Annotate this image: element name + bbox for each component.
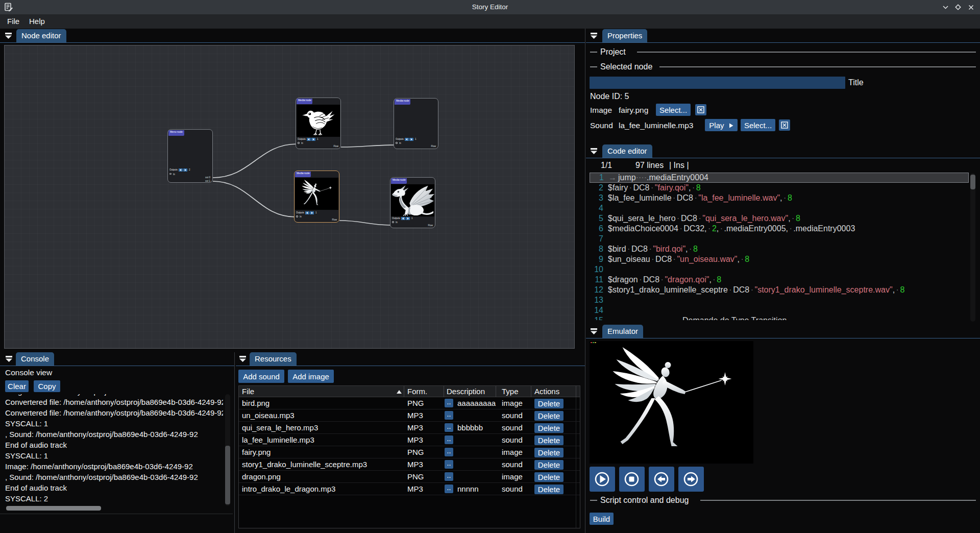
input-port[interactable] (296, 215, 298, 217)
console-vscrollbar[interactable] (225, 394, 230, 506)
edge-menu0:out 0-to-bird:In[interactable] (213, 144, 297, 178)
edit-description-button[interactable]: .. (445, 484, 453, 493)
delete-button[interactable]: Delete (534, 460, 564, 470)
delete-button[interactable]: Delete (534, 435, 564, 445)
edge-bird:Flow-to-blank:In[interactable] (341, 145, 395, 147)
code-line-13[interactable]: 13 (590, 295, 969, 305)
graph-node-blank[interactable]: Media nodeOutputs1InFlow (394, 98, 438, 149)
output-port-label[interactable]: Flow (333, 146, 338, 147)
console-resources-divider[interactable] (234, 352, 235, 533)
node-canvas[interactable]: Menu nodeOutputs2Inout 0out 1Media nodeO… (4, 45, 575, 349)
delete-button[interactable]: Delete (534, 399, 564, 408)
code-editor-text[interactable]: 1→jump····.mediaEntry00042$fairy·DC8·"fa… (590, 173, 969, 320)
console-copy-button[interactable]: Copy (34, 380, 60, 392)
console-vscrollbar-thumb[interactable] (225, 446, 230, 504)
collapse-icon[interactable] (590, 148, 598, 155)
delete-button[interactable]: Delete (534, 472, 564, 482)
table-row-la_fee_luminelle.mp3[interactable]: la_fee_luminelle.mp3MP3..soundDelete (239, 434, 580, 446)
node-title-input[interactable] (590, 77, 845, 89)
code-line-7[interactable]: 7 (590, 234, 969, 244)
increment-outputs-button[interactable] (406, 217, 410, 221)
table-row-intro_drako_le_dragon.mp3[interactable]: intro_drako_le_dragon.mp3MP3..nnnnnsound… (239, 483, 580, 495)
edge-fairy:Flow-to-dragon:In[interactable] (339, 221, 391, 225)
column-header-file[interactable]: File (242, 386, 254, 397)
graph-node-bird[interactable]: Media nodeOutputs1InFlow (296, 98, 341, 149)
input-port[interactable] (392, 221, 394, 223)
code-line-11[interactable]: 11$dragon·DC8·"dragon.qoi",·8 (590, 275, 969, 285)
collapse-icon[interactable] (590, 32, 598, 39)
column-header-form[interactable]: Form. (407, 386, 427, 397)
delete-button[interactable]: Delete (534, 411, 564, 421)
build-button[interactable]: Build (590, 513, 614, 525)
titlebar[interactable]: Story Editor (0, 0, 980, 14)
decrement-outputs-button[interactable] (405, 138, 409, 141)
console-clear-button[interactable]: Clear (5, 380, 29, 392)
output-port-label[interactable]: out 1 (205, 180, 210, 182)
tab-node-editor[interactable]: Node editor (16, 29, 66, 43)
table-row-bird.png[interactable]: bird.pngPNG..aaaaaaaaaimageDelete (239, 397, 580, 409)
code-line-2[interactable]: 2$fairy·DC8·"fairy.qoi",·8 (590, 183, 969, 193)
graph-node-fairy[interactable]: Media nodeOutputs1InFlow (294, 171, 339, 223)
code-line-6[interactable]: 6$mediaChoice0004·DC32,·2,·.mediaEntry00… (590, 224, 969, 234)
console-output[interactable]: Image: /home/anthony/ostproj/ba869e4b-03… (0, 394, 223, 507)
collapse-icon[interactable] (5, 355, 13, 362)
tab-properties[interactable]: Properties (602, 29, 647, 43)
table-row-fairy.png[interactable]: fairy.pngPNG..imageDelete (239, 446, 580, 458)
code-line-1[interactable]: 1→jump····.mediaEntry0004 (590, 173, 969, 183)
sound-clear-button[interactable] (779, 119, 790, 131)
decrement-outputs-button[interactable] (401, 217, 405, 221)
main-right-divider[interactable] (585, 29, 585, 533)
code-line-8[interactable]: 8$bird·DC8·"bird.qoi",·8 (590, 244, 969, 254)
graph-node-dragon[interactable]: Media nodeOutputs1InFlow (390, 177, 435, 228)
code-vscrollbar[interactable] (970, 173, 975, 322)
code-line-10[interactable]: 10 (590, 264, 969, 275)
output-port-label[interactable]: Flow (332, 219, 337, 221)
collapse-icon[interactable] (239, 355, 247, 362)
code-line-14[interactable]: 14 (590, 305, 969, 316)
menu-help[interactable]: Help (23, 14, 51, 29)
output-port-label[interactable]: Flow (428, 225, 433, 226)
tab-console[interactable]: Console (16, 352, 54, 366)
increment-outputs-button[interactable] (409, 138, 413, 141)
edit-description-button[interactable]: .. (445, 460, 453, 469)
image-select-button[interactable]: Select... (656, 104, 691, 116)
input-port[interactable] (169, 173, 172, 175)
emulator-stop-button[interactable] (619, 467, 645, 492)
emulator-step-forward-button[interactable] (678, 467, 704, 492)
delete-button[interactable]: Delete (534, 448, 564, 457)
image-clear-button[interactable] (695, 104, 706, 115)
increment-outputs-button[interactable] (311, 138, 315, 141)
column-header-description[interactable]: Description (447, 386, 485, 397)
increment-outputs-button[interactable] (183, 168, 187, 172)
delete-button[interactable]: Delete (534, 423, 564, 433)
edit-description-button[interactable]: .. (445, 423, 453, 432)
menu-file[interactable]: File (2, 14, 25, 29)
table-row-story1_drako_luminelle_sceptre.mp3[interactable]: story1_drako_luminelle_sceptre.mp3MP3..s… (239, 458, 580, 471)
input-port[interactable] (298, 142, 300, 144)
collapse-icon[interactable] (590, 328, 598, 335)
table-row-un_oiseau.mp3[interactable]: un_oiseau.mp3MP3..soundDelete (239, 409, 580, 422)
sound-select-button[interactable]: Select... (741, 119, 775, 131)
code-vscrollbar-thumb[interactable] (970, 175, 975, 189)
add-image-button[interactable]: Add image (288, 370, 334, 383)
emulator-step-back-button[interactable] (649, 467, 674, 492)
column-header-type[interactable]: Type (502, 386, 519, 397)
console-hscrollbar-thumb[interactable] (6, 506, 101, 511)
input-port[interactable] (396, 142, 398, 144)
code-line-5[interactable]: 5$qui_sera_le_hero·DC8·"qui_sera_le_hero… (590, 213, 969, 224)
tab-code-editor[interactable]: Code editor (602, 144, 652, 158)
code-line-4[interactable]: 4 (590, 203, 969, 213)
decrement-outputs-button[interactable] (179, 168, 183, 172)
edit-description-button[interactable]: .. (445, 435, 453, 444)
output-port-label[interactable]: Flow (431, 146, 436, 147)
delete-button[interactable]: Delete (534, 484, 564, 494)
code-line-3[interactable]: 3$la_fee_luminelle·DC8·"la_fee_luminelle… (590, 193, 969, 203)
code-line-9[interactable]: 9$un_oiseau·DC8·"un_oiseau.wav",·8 (590, 254, 969, 264)
decrement-outputs-button[interactable] (307, 138, 311, 141)
output-port-label[interactable]: out 0 (205, 177, 210, 178)
add-sound-button[interactable]: Add sound (238, 370, 284, 383)
edit-description-button[interactable]: .. (445, 472, 453, 481)
sound-play-button[interactable]: Play (705, 119, 738, 131)
tab-emulator[interactable]: Emulator (602, 325, 643, 338)
tab-resources[interactable]: Resources (250, 352, 297, 366)
